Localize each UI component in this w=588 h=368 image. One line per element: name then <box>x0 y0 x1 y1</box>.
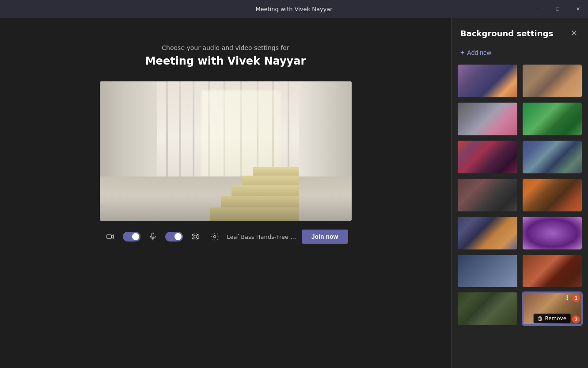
camera-button[interactable] <box>103 230 118 244</box>
svg-rect-0 <box>106 235 111 238</box>
effects-button[interactable] <box>188 230 202 244</box>
settings-icon <box>210 232 219 241</box>
bg-thumbnail-6-image <box>523 141 582 173</box>
bg-panel-header: Background settings ✕ <box>451 18 588 45</box>
bg-thumbnail-13-image <box>458 292 517 325</box>
titlebar-title: Meeting with Vivek Nayyar <box>255 6 332 12</box>
mic-button[interactable] <box>146 230 160 244</box>
svg-rect-1 <box>152 233 154 238</box>
bg-thumbnail-1[interactable] <box>457 64 518 98</box>
add-new-button[interactable]: + Add new <box>451 45 588 64</box>
video-toggle-knob <box>132 233 139 240</box>
background-settings-panel: Background settings ✕ + Add new <box>451 18 588 368</box>
titlebar: Meeting with Vivek Nayyar − □ ✕ <box>0 0 588 18</box>
audio-toggle-knob <box>175 233 182 240</box>
bg-thumbnail-6[interactable] <box>522 140 583 174</box>
bg-thumbnail-10-image <box>523 217 582 249</box>
bg-panel-title: Background settings <box>460 29 553 38</box>
close-button[interactable]: ✕ <box>568 0 588 18</box>
video-preview <box>100 81 352 221</box>
bg-thumbnail-9-image <box>458 217 517 249</box>
bg-thumbnail-7-image <box>458 179 517 211</box>
bg-thumbnail-9[interactable] <box>457 216 518 250</box>
svg-point-10 <box>213 236 216 238</box>
bg-thumbnail-12[interactable] <box>522 254 583 288</box>
bg-thumbnail-8-image <box>523 179 582 211</box>
camera-icon <box>106 232 115 241</box>
main-content: Choose your audio and video settings for… <box>0 18 588 368</box>
bg-thumbnail-13[interactable] <box>457 291 518 326</box>
bg-thumbnail-11[interactable] <box>457 254 518 288</box>
bg-panel-close-button[interactable]: ✕ <box>569 27 579 40</box>
svg-point-6 <box>192 234 193 236</box>
mic-icon <box>148 232 157 241</box>
titlebar-controls: − □ ✕ <box>527 0 588 18</box>
add-new-label: Add new <box>467 49 491 56</box>
video-toggle[interactable] <box>123 232 140 242</box>
bg-thumbnail-12-image <box>523 255 582 288</box>
left-panel: Choose your audio and video settings for… <box>0 18 451 368</box>
bg-thumbnail-2[interactable] <box>522 64 583 98</box>
svg-point-4 <box>193 235 197 238</box>
settings-button[interactable] <box>208 230 222 244</box>
join-now-button[interactable]: Join now <box>302 230 348 244</box>
bg-thumbnail-10[interactable] <box>522 216 583 250</box>
audio-toggle[interactable] <box>165 232 183 242</box>
bg-thumbnail-4-image <box>523 103 582 135</box>
svg-point-8 <box>192 238 193 239</box>
bg-thumbnail-1-image <box>458 65 517 97</box>
bg-thumbnail-5-image <box>458 141 517 173</box>
bg-thumbnail-4[interactable] <box>522 102 583 136</box>
controls-bar: Leaf Bass Hands-Free AG Au... Join now <box>100 230 352 244</box>
meeting-title: Meeting with Vivek Nayyar <box>145 55 306 67</box>
bg-thumbnail-14[interactable]: 1 ⋮ 🗑 Remove 2 <box>522 291 583 326</box>
video-bg <box>100 81 352 221</box>
svg-point-9 <box>197 238 198 239</box>
bg-thumbnail-3-image <box>458 103 517 135</box>
device-label: Leaf Bass Hands-Free AG Au... <box>227 234 296 240</box>
meeting-subtitle: Choose your audio and video settings for <box>162 44 289 51</box>
more-options-icon: ⋮ <box>564 294 570 301</box>
bg-thumbnails-grid: 1 ⋮ 🗑 Remove 2 <box>451 64 588 368</box>
bg-thumbnail-5[interactable] <box>457 140 518 174</box>
bg-thumbnail-2-image <box>523 65 582 97</box>
minimize-button[interactable]: − <box>527 0 547 18</box>
maximize-button[interactable]: □ <box>547 0 568 18</box>
effects-icon <box>191 232 200 241</box>
bg-thumbnail-8[interactable] <box>522 178 583 212</box>
plus-icon: + <box>460 49 464 57</box>
bg-thumbnail-3[interactable] <box>457 102 518 136</box>
bg-thumbnail-7[interactable] <box>457 178 518 212</box>
svg-point-7 <box>197 234 198 236</box>
bg-thumbnail-11-image <box>458 255 517 288</box>
